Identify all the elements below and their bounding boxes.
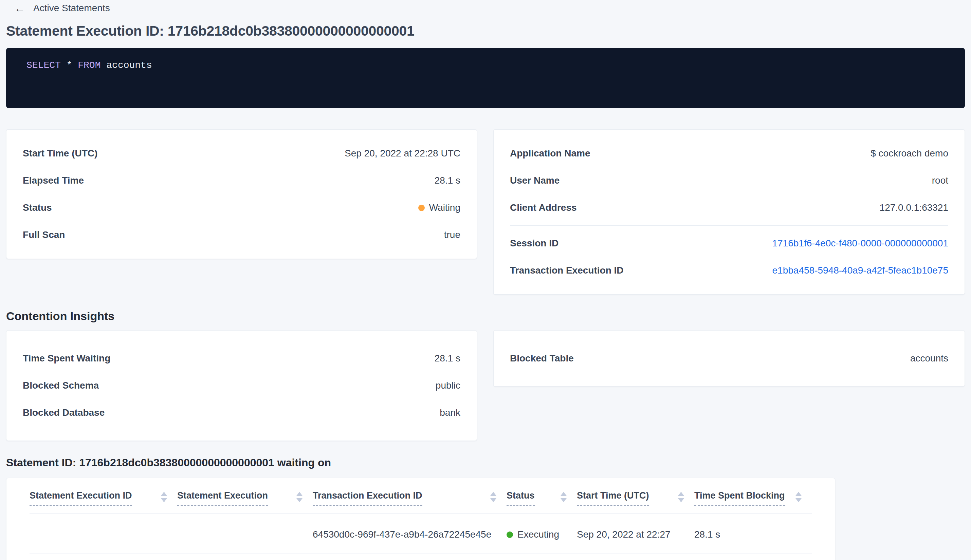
session-card-divider [510, 225, 948, 226]
client-address-value: 127.0.0.1:63321 [880, 202, 948, 213]
status-badge: Waiting [418, 202, 460, 213]
back-link-active-statements[interactable]: Active Statements [33, 3, 110, 13]
client-address-label: Client Address [510, 202, 577, 213]
column-header-time-spent-blocking[interactable]: Time Spent Blocking [694, 478, 812, 513]
waiting-on-heading: Statement ID: 1716b218dc0b38380000000000… [6, 457, 965, 469]
row-blocked-database: Blocked Database bank [23, 399, 460, 426]
summary-cards-row: Start Time (UTC) Sep 20, 2022 at 22:28 U… [6, 129, 965, 295]
contention-left-card: Time Spent Waiting 28.1 s Blocked Schema… [6, 330, 477, 441]
transaction-execution-id-link[interactable]: e1bba458-5948-40a9-a42f-5feac1b10e75 [772, 265, 948, 276]
table-row: 64530d0c-969f-437e-a9b4-26a72245e45e Exe… [30, 513, 812, 554]
cell-start-time: Sep 20, 2022 at 22:27 [577, 513, 694, 554]
time-spent-waiting-value: 28.1 s [435, 353, 460, 364]
column-header-start-time[interactable]: Start Time (UTC) [577, 478, 694, 513]
back-arrow-icon[interactable]: ← [14, 3, 25, 13]
session-id-label: Session ID [510, 238, 559, 249]
blocked-table-value: accounts [910, 353, 948, 364]
cell-statement-execution-id [30, 513, 177, 554]
row-user-name: User Name root [510, 167, 948, 194]
start-time-label: Start Time (UTC) [23, 148, 97, 159]
waiting-on-table-card: Statement Execution ID Statement Executi… [6, 478, 835, 560]
cell-statement-execution [177, 513, 313, 554]
waiting-status-dot-icon [418, 205, 425, 211]
blocked-database-label: Blocked Database [23, 407, 105, 418]
status-value: Waiting [429, 202, 460, 213]
row-start-time: Start Time (UTC) Sep 20, 2022 at 22:28 U… [23, 140, 460, 167]
blocked-schema-label: Blocked Schema [23, 380, 99, 391]
blocked-table-label: Blocked Table [510, 353, 574, 364]
cell-status: Executing [507, 513, 577, 554]
column-header-statement-execution[interactable]: Statement Execution [177, 478, 313, 513]
row-elapsed-time: Elapsed Time 28.1 s [23, 167, 460, 194]
blocked-database-value: bank [440, 407, 460, 418]
sort-icon[interactable] [796, 490, 802, 502]
column-header-transaction-execution-id[interactable]: Transaction Execution ID [313, 478, 507, 513]
sort-icon[interactable] [490, 490, 496, 502]
waiting-on-table: Statement Execution ID Statement Executi… [30, 478, 812, 554]
page-title: Statement Execution ID: 1716b218dc0b3838… [6, 23, 965, 39]
sort-icon[interactable] [678, 490, 684, 502]
row-status: Status Waiting [23, 194, 460, 221]
row-full-scan: Full Scan true [23, 221, 460, 248]
executing-status-text: Executing [517, 529, 559, 540]
row-client-address: Client Address 127.0.0.1:63321 [510, 194, 948, 221]
sort-icon[interactable] [161, 490, 167, 502]
statement-execution-header-label[interactable]: Statement Execution [177, 490, 268, 506]
cell-time-spent-blocking: 28.1 s [694, 513, 812, 554]
status-label: Status [23, 202, 52, 213]
row-time-spent-waiting: Time Spent Waiting 28.1 s [23, 345, 460, 372]
application-name-label: Application Name [510, 148, 590, 159]
row-application-name: Application Name $ cockroach demo [510, 140, 948, 167]
session-id-link[interactable]: 1716b1f6-4e0c-f480-0000-000000000001 [772, 238, 948, 249]
transaction-execution-id-label: Transaction Execution ID [510, 265, 624, 276]
elapsed-time-value: 28.1 s [435, 175, 460, 186]
active-statement-details-page: { "colors": { "page_bg": "#f5f7fa", "car… [0, 0, 971, 560]
blocked-schema-value: public [435, 380, 460, 391]
table-header-row: Statement Execution ID Statement Executi… [30, 478, 812, 513]
sort-icon[interactable] [296, 490, 302, 502]
status-header-label[interactable]: Status [507, 490, 535, 506]
elapsed-time-label: Elapsed Time [23, 175, 84, 186]
sort-icon[interactable] [561, 490, 567, 502]
start-time-value: Sep 20, 2022 at 22:28 UTC [345, 148, 460, 159]
time-spent-waiting-label: Time Spent Waiting [23, 353, 110, 364]
row-session-id: Session ID 1716b1f6-4e0c-f480-0000-00000… [510, 230, 948, 257]
sql-keyword-select: SELECT [27, 60, 61, 71]
row-blocked-schema: Blocked Schema public [23, 372, 460, 399]
sql-table-name: accounts [100, 60, 152, 71]
column-header-statement-execution-id[interactable]: Statement Execution ID [30, 478, 177, 513]
user-name-label: User Name [510, 175, 559, 186]
full-scan-value: true [444, 230, 460, 240]
row-blocked-table: Blocked Table accounts [510, 345, 948, 372]
application-name-value: $ cockroach demo [871, 148, 948, 159]
cell-transaction-execution-id: 64530d0c-969f-437e-a9b4-26a72245e45e [313, 513, 507, 554]
contention-cards-row: Time Spent Waiting 28.1 s Blocked Schema… [6, 330, 965, 441]
sql-statement-box: SELECT * FROM accounts [6, 48, 965, 108]
start-time-header-label[interactable]: Start Time (UTC) [577, 490, 649, 506]
full-scan-label: Full Scan [23, 230, 65, 240]
contention-right-card: Blocked Table accounts [493, 330, 965, 387]
overview-card: Start Time (UTC) Sep 20, 2022 at 22:28 U… [6, 129, 477, 259]
breadcrumb: ← Active Statements [0, 0, 971, 13]
contention-insights-heading: Contention Insights [6, 310, 965, 323]
column-header-status[interactable]: Status [507, 478, 577, 513]
time-spent-blocking-header-label[interactable]: Time Spent Blocking [694, 490, 785, 506]
statement-execution-id-header-label[interactable]: Statement Execution ID [30, 490, 132, 506]
session-card: Application Name $ cockroach demo User N… [493, 129, 965, 295]
user-name-value: root [932, 175, 948, 186]
executing-status-dot-icon [507, 532, 513, 538]
sql-keyword-from: FROM [78, 60, 100, 71]
row-transaction-execution-id: Transaction Execution ID e1bba458-5948-4… [510, 257, 948, 284]
transaction-execution-id-header-label[interactable]: Transaction Execution ID [313, 490, 422, 506]
sql-star: * [61, 60, 78, 71]
